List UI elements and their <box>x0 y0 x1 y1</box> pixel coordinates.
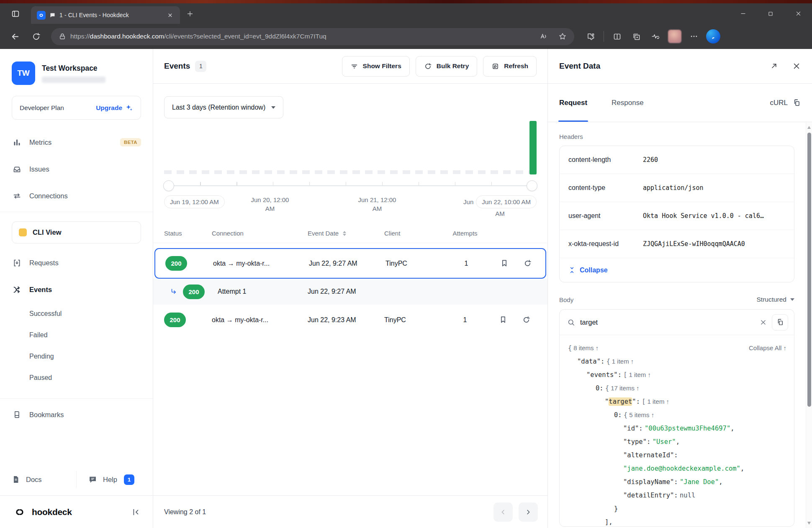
event-row-selected[interactable]: 200 okta → my-okta-r... Jun 22, 9:27 AM … <box>154 248 546 279</box>
sidebar-item-issues[interactable]: Issues <box>0 156 153 182</box>
histogram-bar-green[interactable] <box>529 121 537 174</box>
bookmark-icon[interactable] <box>499 315 507 324</box>
sidebar-item-metrics[interactable]: Metrics BETA <box>0 129 153 156</box>
show-filters-button[interactable]: Show Filters <box>342 56 410 77</box>
slider-handle-left[interactable] <box>163 180 174 191</box>
address-bar[interactable]: https://dashboard.hookdeck.com/cli/event… <box>51 28 574 45</box>
profile-avatar[interactable] <box>666 28 684 45</box>
sidebar-item-connections[interactable]: Connections <box>0 182 153 209</box>
extensions-icon[interactable] <box>582 28 599 45</box>
json-line[interactable]: "target": [ 1 item ↑ <box>568 395 786 408</box>
scroll-down-arrow[interactable] <box>807 522 811 525</box>
browser-essentials-icon[interactable] <box>647 28 664 45</box>
close-window-button[interactable] <box>784 3 812 24</box>
panel-scrollbar[interactable] <box>806 123 812 528</box>
bulk-retry-button[interactable]: Bulk Retry <box>416 56 478 77</box>
column-header-attempts[interactable]: Attempts <box>446 230 484 237</box>
json-line[interactable]: "displayName": "Jane Doe", <box>568 475 786 489</box>
close-panel-icon[interactable] <box>792 62 801 71</box>
settings-more-icon[interactable] <box>685 28 703 45</box>
json-line[interactable]: "alternateId": <box>568 449 786 462</box>
collapse-sidebar-button[interactable] <box>131 507 140 517</box>
tab-actions-button[interactable] <box>0 3 31 24</box>
column-header-client[interactable]: Client <box>384 230 446 237</box>
refresh-button[interactable]: Refresh <box>483 56 537 77</box>
scroll-up-arrow[interactable] <box>807 126 811 129</box>
client-cell: TinyPC <box>384 316 446 324</box>
json-line[interactable]: "id": "00u63pstewmu3Fhe4697", <box>568 422 786 435</box>
tab-response[interactable]: Response <box>612 84 644 122</box>
maximize-button[interactable] <box>757 3 784 24</box>
previous-page-button[interactable] <box>493 502 513 522</box>
nested-arrow-icon <box>170 288 177 296</box>
attempt-row[interactable]: 200 Attempt 1 Jun 22, 9:27 AM <box>153 279 547 305</box>
json-line[interactable]: ], <box>568 515 786 527</box>
workspace-switcher[interactable]: TW Test Workspace <box>12 62 141 85</box>
json-line[interactable]: 0: { 17 items ↑ <box>568 382 786 395</box>
retry-event-icon[interactable] <box>522 315 531 324</box>
json-line[interactable]: "events": [ 1 item ↑ <box>568 368 786 382</box>
bing-copilot-icon[interactable] <box>704 28 722 45</box>
slider-handle-right[interactable] <box>527 180 537 191</box>
collections-icon[interactable] <box>627 28 645 45</box>
next-page-button[interactable] <box>519 502 538 522</box>
date-range-dropdown[interactable]: Last 3 days (Retention window) <box>164 96 283 118</box>
json-string-value: "00u63pstewmu3Fhe4697" <box>645 425 730 432</box>
browser-tab[interactable]: 1 - CLI Events - Hookdeck <box>31 6 180 24</box>
column-header-status[interactable]: Status <box>164 230 212 237</box>
docs-link[interactable]: Docs <box>0 475 76 484</box>
sidebar-item-failed[interactable]: Failed <box>0 324 153 346</box>
json-key: "detailEntry": <box>623 492 678 499</box>
collapse-all-link[interactable]: Collapse All ↑ <box>749 341 786 354</box>
column-header-connection[interactable]: Connection <box>212 230 308 237</box>
copy-body-button[interactable] <box>772 314 788 331</box>
tab-request[interactable]: Request <box>559 84 587 122</box>
sidebar-item-requests[interactable]: Requests <box>0 249 153 276</box>
sidebar-item-bookmarks[interactable]: Bookmarks <box>0 401 153 428</box>
sidebar-item-successful[interactable]: Successful <box>0 303 153 324</box>
json-line[interactable]: "detailEntry": null <box>568 489 786 502</box>
help-chat-icon <box>88 475 97 484</box>
json-line[interactable]: "data": { 1 item ↑ <box>568 355 786 368</box>
retry-event-icon[interactable] <box>523 259 532 268</box>
json-search-highlight: target <box>609 397 632 406</box>
read-aloud-icon[interactable] <box>536 29 551 44</box>
tab-close-button[interactable] <box>165 10 175 20</box>
favorite-star-icon[interactable] <box>555 29 570 44</box>
json-count: 1 item ↑ <box>648 398 670 405</box>
curl-label: cURL <box>770 99 788 107</box>
timeline-track[interactable] <box>164 185 537 186</box>
scrollbar-thumb[interactable] <box>807 133 811 407</box>
back-button[interactable] <box>6 27 24 46</box>
json-line[interactable]: } <box>568 502 786 515</box>
sort-icon[interactable] <box>343 231 346 236</box>
json-line[interactable]: "type": "User", <box>568 435 786 449</box>
header-value: 2260 <box>643 156 658 164</box>
sidebar-divider <box>0 212 153 212</box>
collapse-headers-link[interactable]: Collapse <box>560 258 794 282</box>
split-screen-icon[interactable] <box>608 28 626 45</box>
json-line[interactable]: "jane.doe@hookdeckexample.com", <box>568 462 786 475</box>
attempt-label-cell: Attempt 1 <box>212 288 308 295</box>
minimize-button[interactable] <box>729 3 757 24</box>
upgrade-link[interactable]: Upgrade <box>96 104 133 112</box>
bookmark-icon[interactable] <box>500 259 509 268</box>
sidebar-item-paused[interactable]: Paused <box>0 367 153 388</box>
sidebar: TW Test Workspace Developer Plan Upgrade… <box>0 49 153 528</box>
json-line[interactable]: 0: { 5 items ↑ <box>568 408 786 422</box>
clear-search-icon[interactable] <box>760 319 767 326</box>
event-row[interactable]: 200 okta → my-okta-r... Jun 22, 9:23 AM … <box>153 305 547 335</box>
sidebar-item-pending[interactable]: Pending <box>0 346 153 367</box>
help-link[interactable]: Help 1 <box>77 474 153 485</box>
body-search-input[interactable] <box>580 318 755 326</box>
expand-panel-icon[interactable] <box>769 62 778 71</box>
refresh-page-button[interactable] <box>27 27 45 46</box>
curl-copy-button[interactable]: cURL <box>770 99 801 107</box>
status-badge: 200 <box>165 256 187 271</box>
cli-view-selector[interactable]: CLI View <box>12 221 141 243</box>
column-header-event-date[interactable]: Event Date <box>308 230 384 237</box>
new-tab-button[interactable] <box>180 3 200 24</box>
body-view-dropdown[interactable]: Structured <box>756 296 794 303</box>
sidebar-item-events[interactable]: Events <box>0 276 153 303</box>
hookdeck-app: TW Test Workspace Developer Plan Upgrade… <box>0 49 812 528</box>
